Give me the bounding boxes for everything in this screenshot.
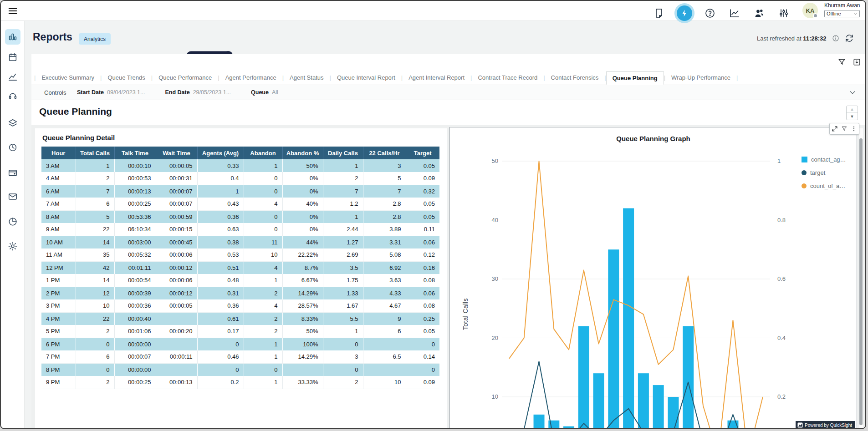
sliders-icon[interactable]: [778, 8, 789, 19]
legend-square-marker: [802, 157, 807, 162]
kebab-menu-icon[interactable]: [851, 126, 857, 132]
sidebar-item-history[interactable]: [5, 140, 20, 155]
column-header-total-calls: Total Calls: [76, 147, 114, 159]
table-cell: 0.05: [406, 325, 439, 338]
refresh-icon[interactable]: [845, 34, 854, 43]
table-cell: 0: [197, 338, 244, 350]
mail-icon: [8, 192, 18, 202]
table-cell: 4.67: [363, 299, 406, 312]
tab-wrap-up-performance[interactable]: Wrap-Up Performance: [665, 71, 736, 84]
tab-queue-interval-report[interactable]: Queue Interval Report: [331, 71, 401, 84]
svg-text:40: 40: [492, 217, 498, 223]
flash-icon[interactable]: [677, 5, 692, 21]
tab-agent-performance[interactable]: Agent Performance: [220, 71, 282, 84]
tab-executive-summary[interactable]: Executive Summary: [36, 71, 100, 84]
table-cell: 6: [76, 350, 114, 363]
filter-funnel-icon[interactable]: [841, 126, 848, 132]
tab-contract-trace-record[interactable]: Contract Trace Record: [472, 71, 543, 84]
table-cell: 12: [76, 287, 114, 299]
legend-label: count_of_a…: [810, 183, 845, 189]
table-cell: 0.09: [406, 172, 439, 185]
table-cell: 8.7%: [282, 261, 323, 274]
expand-icon[interactable]: [832, 126, 838, 132]
table-cell: 3.89: [363, 223, 406, 236]
table-cell: 00:00:20: [156, 325, 197, 338]
svg-text:50: 50: [492, 157, 498, 164]
sidebar-item-pie-chart[interactable]: [5, 214, 20, 229]
scrollbar-thumb[interactable]: [859, 138, 863, 425]
trend-chart-icon[interactable]: [729, 8, 740, 19]
table-cell: 7: [76, 185, 114, 198]
control-value: All: [272, 89, 278, 96]
tab-contact-forensics[interactable]: Contact Forensics: [545, 71, 605, 84]
info-icon[interactable]: [832, 35, 839, 42]
filter-funnel-icon[interactable]: [837, 58, 846, 66]
sidebar-item-line-chart[interactable]: [5, 69, 20, 85]
table-cell: 10: [363, 376, 406, 389]
hamburger-menu-icon[interactable]: [7, 6, 18, 16]
queue-planning-detail-panel: Queue Planning Detail HourTotal CallsTal…: [35, 128, 447, 429]
tab-agent-interval-report[interactable]: Agent Interval Report: [403, 71, 470, 84]
tab-queue-planning[interactable]: Queue Planning: [606, 71, 664, 85]
table-cell: 10: [244, 248, 282, 261]
vertical-scrollbar[interactable]: [859, 128, 863, 429]
legend-item-target[interactable]: target: [802, 169, 846, 177]
table-cell: [282, 363, 323, 376]
table-cell: 1: [323, 210, 363, 223]
tab-queue-performance[interactable]: Queue Performance: [153, 71, 218, 84]
spinner-up-button[interactable]: ▲: [847, 106, 858, 113]
sidebar-item-calendar[interactable]: [5, 50, 20, 65]
table-cell: 00:00:00: [114, 363, 156, 376]
control-value: 29/05/2023 1...: [193, 89, 231, 96]
svg-text:10: 10: [492, 393, 498, 400]
table-cell: 0%: [282, 210, 323, 223]
download-icon[interactable]: [853, 58, 861, 66]
table-cell: 0.36: [197, 299, 244, 312]
column-header-abandon: Abandon %: [282, 147, 323, 159]
help-icon[interactable]: [705, 8, 715, 19]
table-cell: 5 PM: [41, 325, 76, 338]
note-icon[interactable]: [654, 8, 664, 19]
table-row: 1 PM1400:00:5400:00:060.4816.67%1.753.63…: [41, 274, 439, 287]
table-cell: 0.53: [197, 248, 244, 261]
table-cell: 2.69: [323, 248, 363, 261]
legend-item-contact-ag[interactable]: contact_ag…: [802, 156, 846, 163]
control-start-date[interactable]: Start Date09/04/2023 1...: [77, 89, 145, 96]
tab-agent-status[interactable]: Agent Status: [284, 71, 329, 84]
sidebar-item-gear[interactable]: [5, 238, 20, 254]
legend-item-count-of-a[interactable]: count_of_a…: [802, 182, 846, 190]
control-queue[interactable]: QueueAll: [251, 89, 278, 96]
table-cell: 00:00:13: [114, 185, 156, 198]
table-cell: 1: [244, 159, 282, 172]
last-refreshed-text: Last refreshed at 11:28:32: [757, 35, 827, 42]
scroll-spinner: ▲ ▼: [846, 106, 858, 120]
sidebar-item-wallet[interactable]: [5, 165, 20, 180]
table-row: 6 AM700:00:1300:00:07100%770.32: [41, 185, 439, 198]
table-cell: 00:00:13: [156, 376, 197, 389]
control-end-date[interactable]: End Date29/05/2023 1...: [165, 89, 231, 96]
sidebar-item-headset[interactable]: [5, 88, 20, 103]
table-cell: 3: [323, 350, 363, 363]
users-icon[interactable]: [754, 8, 765, 19]
sidebar-item-layers[interactable]: [5, 116, 20, 131]
table-cell: 7 AM: [41, 198, 76, 210]
table-cell: 6: [363, 325, 406, 338]
chevron-down-icon[interactable]: [849, 89, 856, 96]
sidebar-item-mail[interactable]: [5, 189, 20, 204]
powered-by-text: Powered by QuickSight: [805, 423, 852, 428]
svg-text:20: 20: [492, 335, 498, 341]
sidebar-item-bar-chart[interactable]: [5, 29, 20, 45]
status-select[interactable]: Offline: [824, 10, 860, 17]
table-cell: 0.46: [197, 350, 244, 363]
table-row: 2 PM1200:00:3900:00:120.31214.29%1.334.3…: [41, 287, 439, 299]
spinner-down-button[interactable]: ▼: [847, 113, 858, 120]
table-cell: 4 AM: [41, 172, 76, 185]
bar-chart-icon: [8, 32, 18, 42]
table-cell: 0.36: [197, 210, 244, 223]
table-cell: 00:05:32: [114, 248, 156, 261]
tab-queue-trends[interactable]: Queue Trends: [102, 71, 151, 84]
table-cell: 00:00:07: [114, 350, 156, 363]
combo-chart: 10203040500.20.40.60.81: [450, 127, 857, 429]
table-cell: 2 PM: [41, 287, 76, 299]
table-cell: 5.08: [363, 248, 406, 261]
